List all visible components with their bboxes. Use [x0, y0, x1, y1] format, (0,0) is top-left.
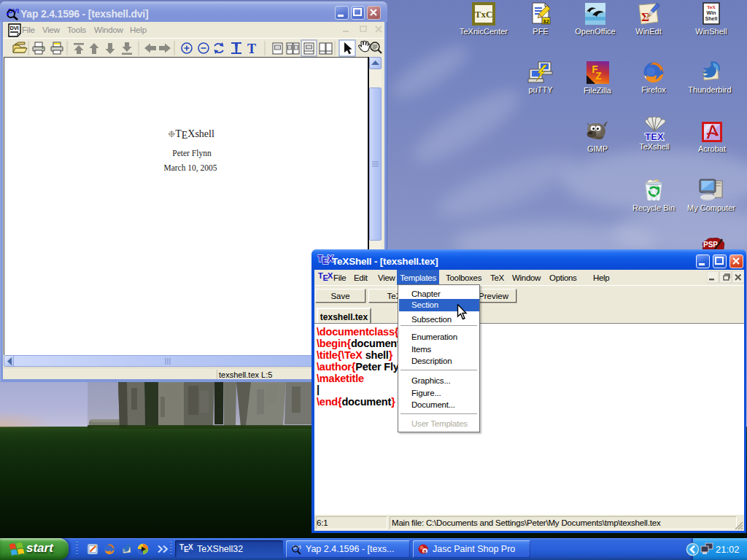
svg-text:Shell: Shell [705, 15, 717, 22]
svg-text:TEX: TEX [645, 131, 664, 142]
svg-text:X: X [328, 254, 333, 264]
svg-text:DVI: DVI [10, 25, 19, 31]
svg-text:T: T [247, 42, 256, 56]
svg-text:X: X [328, 271, 333, 280]
svg-text:8: 8 [423, 548, 427, 555]
svg-text:Z: Z [595, 71, 602, 83]
svg-text:32: 32 [543, 18, 549, 25]
svg-text:TxC: TxC [475, 9, 493, 20]
svg-text:X: X [188, 543, 193, 551]
